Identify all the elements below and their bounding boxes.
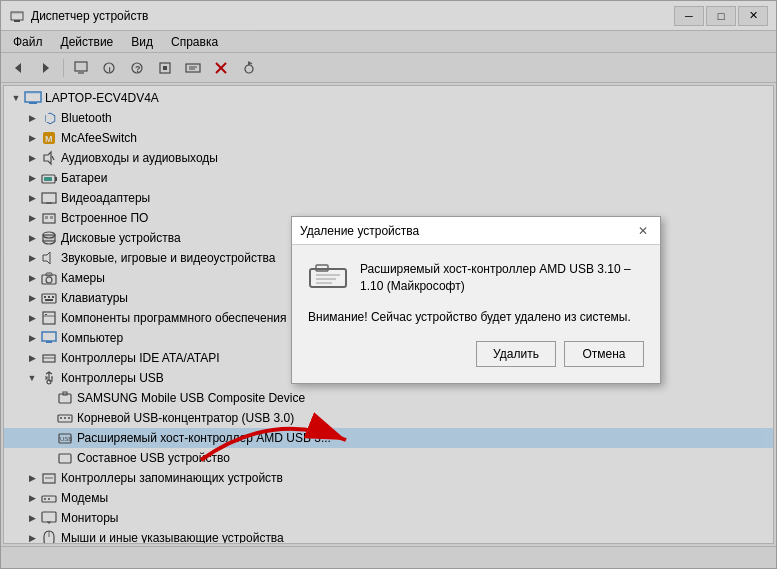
dialog-warning: Внимание! Сейчас устройство будет удален… [308,309,644,326]
remove-device-dialog: Удаление устройства ✕ Расшир [291,216,661,384]
dialog-title: Удаление устройства [300,224,419,238]
dialog-body: Расширяемый хост-контроллер AMD USB 3.10… [292,245,660,383]
modal-overlay: Удаление устройства ✕ Расшир [1,1,776,568]
dialog-title-bar: Удаление устройства ✕ [292,217,660,245]
dialog-device-icon [308,261,348,293]
svg-rect-85 [310,269,346,287]
main-window: Диспетчер устройств ─ □ ✕ Файл Действие … [0,0,777,569]
dialog-device-row: Расширяемый хост-контроллер AMD USB 3.10… [308,261,644,295]
confirm-delete-button[interactable]: Удалить [476,341,556,367]
cancel-button[interactable]: Отмена [564,341,644,367]
dialog-close-button[interactable]: ✕ [634,222,652,240]
dialog-device-name: Расширяемый хост-контроллер AMD USB 3.10… [360,261,644,295]
dialog-buttons: Удалить Отмена [308,341,644,367]
